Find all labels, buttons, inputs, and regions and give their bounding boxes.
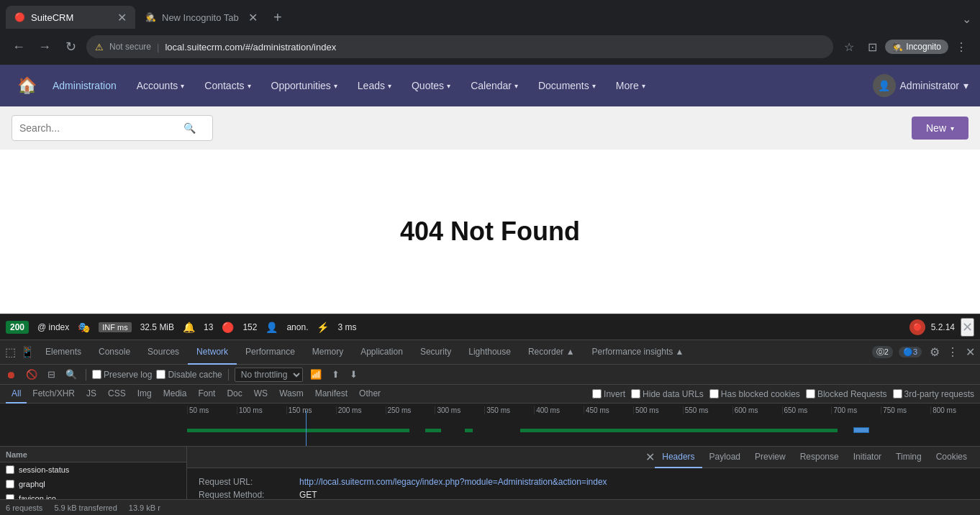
tab-memory[interactable]: Memory (304, 340, 352, 365)
tab-console[interactable]: Console (90, 340, 139, 365)
devtools-detach-button[interactable]: ✕ (963, 343, 977, 361)
tab-application[interactable]: Application (352, 340, 412, 365)
search-input[interactable] (19, 122, 178, 134)
filter-tab-doc[interactable]: Doc (221, 385, 248, 404)
record-button[interactable]: ⏺ (3, 368, 19, 382)
address-bar[interactable]: ⚠ Not secure | local.suitecrm.com/#/admi… (86, 35, 833, 58)
tab-elements[interactable]: Elements (37, 340, 90, 365)
item-checkbox[interactable] (6, 494, 14, 499)
throttle-select[interactable]: No throttling (235, 368, 303, 382)
documents-dropdown-arrow: ▾ (592, 82, 596, 90)
tab-close-suitecrm[interactable]: ✕ (117, 11, 127, 24)
nav-item-contacts[interactable]: Contacts ▾ (194, 65, 260, 106)
disable-cache-checkbox[interactable]: Disable cache (156, 370, 222, 380)
filter-tab-other[interactable]: Other (353, 385, 386, 404)
network-item-favicon-1[interactable]: favicon.ico (0, 491, 186, 499)
detail-tab-initiator[interactable]: Initiator (846, 447, 889, 468)
network-main-area: 50 ms 100 ms 150 ms 200 ms 250 ms 300 ms… (0, 404, 980, 499)
tl-label-250: 250 ms (386, 406, 435, 414)
filter-toggle-button[interactable]: ⊟ (45, 368, 58, 381)
tab-lighthouse[interactable]: Lighthouse (460, 340, 520, 365)
nav-label-leads: Leads (358, 80, 385, 91)
nav-item-calendar[interactable]: Calendar ▾ (460, 65, 528, 106)
back-button[interactable]: ← (9, 37, 29, 57)
item-checkbox[interactable] (6, 465, 14, 474)
tab-performance[interactable]: Performance (237, 340, 304, 365)
crm-home-button[interactable]: 🏠 (12, 70, 42, 101)
clear-button[interactable]: 🚫 (23, 368, 40, 381)
nav-item-quotes[interactable]: Quotes ▾ (401, 65, 460, 106)
tab-network[interactable]: Network (188, 340, 237, 365)
user-label: Administrator (900, 80, 959, 91)
preserve-log-checkbox[interactable]: Preserve log (92, 370, 152, 380)
filter-tab-wasm[interactable]: Wasm (273, 385, 309, 404)
filter-tab-css[interactable]: CSS (102, 385, 132, 404)
invert-checkbox[interactable]: Invert (592, 389, 625, 399)
nav-item-leads[interactable]: Leads ▾ (348, 65, 401, 106)
forward-button[interactable]: → (35, 37, 55, 57)
detail-tab-cookies[interactable]: Cookies (929, 447, 974, 468)
tab-suitecrm[interactable]: 🔴 SuiteCRM ✕ (6, 6, 135, 29)
detail-tab-preview[interactable]: Preview (748, 447, 793, 468)
blocked-requests-checkbox[interactable]: Blocked Requests (806, 389, 887, 399)
new-tab-button[interactable]: + (268, 6, 288, 29)
network-item-session-status[interactable]: session-status (0, 462, 186, 477)
new-button[interactable]: New ▾ (912, 117, 968, 140)
filter-tab-ws[interactable]: WS (248, 385, 273, 404)
tab-overflow-button[interactable]: ⌄ (959, 9, 974, 29)
timeline-cursor (306, 411, 307, 447)
user-menu-button[interactable]: 👤 Administrator ▾ (873, 74, 968, 97)
devtools-settings-button[interactable]: ⚙ (927, 343, 942, 361)
detail-tab-timing[interactable]: Timing (889, 447, 929, 468)
not-found-title: 404 Not Found (400, 217, 580, 247)
import-button[interactable]: ⬆ (329, 368, 342, 381)
devtools-icon-4: 👤 (266, 322, 278, 333)
third-party-requests-checkbox[interactable]: 3rd-party requests (893, 389, 974, 399)
has-blocked-cookies-checkbox[interactable]: Has blocked cookies (709, 389, 800, 399)
search-input-wrap[interactable]: 🔍 (12, 115, 213, 141)
tab-incognito[interactable]: 🕵️ New Incognito Tab ✕ (137, 6, 266, 29)
split-screen-button[interactable]: ⊡ (862, 37, 882, 57)
nav-item-administration[interactable]: Administration (42, 65, 127, 106)
item-name: favicon.ico (19, 494, 181, 499)
filter-tab-img[interactable]: Img (132, 385, 158, 404)
filter-tab-js[interactable]: JS (81, 385, 102, 404)
tab-recorder[interactable]: Recorder ▲ (520, 340, 584, 365)
search-icon[interactable]: 🔍 (183, 122, 196, 134)
detail-close-button[interactable]: ✕ (645, 450, 655, 464)
devtools-device-button[interactable]: 📱 (18, 343, 37, 361)
item-checkbox[interactable] (6, 480, 14, 488)
detail-tab-response[interactable]: Response (793, 447, 846, 468)
export-button[interactable]: ⬇ (347, 368, 360, 381)
filter-tab-all[interactable]: All (6, 385, 27, 404)
nav-item-more[interactable]: More ▾ (606, 65, 655, 106)
tab-sources[interactable]: Sources (139, 340, 188, 365)
new-button-chevron: ▾ (950, 124, 954, 132)
search-network-button[interactable]: 🔍 (63, 368, 80, 381)
request-url-val[interactable]: http://local.suitecrm.com/legacy/index.p… (299, 477, 607, 487)
tab-close-incognito[interactable]: ✕ (248, 11, 258, 24)
menu-button[interactable]: ⋮ (951, 37, 971, 57)
tab-security[interactable]: Security (412, 340, 460, 365)
filter-tab-manifest[interactable]: Manifest (309, 385, 353, 404)
nav-item-opportunities[interactable]: Opportunities ▾ (261, 65, 348, 106)
reload-button[interactable]: ↻ (60, 37, 81, 57)
filter-tab-fetchxhr[interactable]: Fetch/XHR (27, 385, 81, 404)
filter-tab-media[interactable]: Media (158, 385, 193, 404)
nav-item-accounts[interactable]: Accounts ▾ (127, 65, 195, 106)
devtools-inspect-button[interactable]: ⬚ (3, 343, 18, 361)
network-item-graphql-1[interactable]: graphql (0, 477, 186, 491)
devtools-more-button[interactable]: ⋮ (945, 343, 961, 361)
tl-label-450: 450 ms (584, 406, 633, 414)
filter-tab-font[interactable]: Font (192, 385, 221, 404)
toolbar-separator-2 (228, 369, 229, 380)
network-conditions-button[interactable]: 📶 (307, 368, 325, 381)
bookmark-button[interactable]: ☆ (839, 37, 859, 57)
hide-data-urls-checkbox[interactable]: Hide data URLs (631, 389, 704, 399)
footer-resources: 13.9 kB r (129, 503, 160, 512)
nav-item-documents[interactable]: Documents ▾ (528, 65, 606, 106)
detail-tab-payload[interactable]: Payload (702, 447, 748, 468)
detail-tab-headers[interactable]: Headers (655, 447, 702, 468)
close-devtools-button[interactable]: ✕ (961, 318, 974, 337)
tab-performance-insights[interactable]: Performance insights ▲ (584, 340, 693, 365)
